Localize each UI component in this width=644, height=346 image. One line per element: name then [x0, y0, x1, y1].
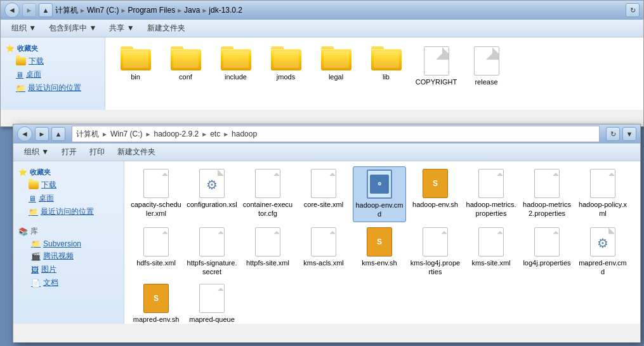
breadcrumb-item[interactable]: 计算机 [76, 129, 99, 140]
sh-icon: S [367, 227, 392, 256]
file-item-lib[interactable]: lib [362, 44, 410, 89]
file-label: container-executor.cfg [242, 200, 293, 218]
file-label: hadoop-metrics2.properties [522, 200, 572, 218]
file-item-httpfs-sig[interactable]: httpfs-signature.secret [185, 225, 239, 279]
window2: ◄ ► ▲ 计算机 ► Win7 (C:) ► hadoop-2.9.2 ► e… [13, 124, 641, 343]
refresh-button[interactable]: ↻ [626, 3, 640, 17]
sidebar-item-desktop2[interactable]: 🖥 桌面 [16, 192, 121, 205]
file-label: COPYRIGHT [416, 77, 457, 86]
lib-item-subversion[interactable]: 📁 Subversion [16, 238, 121, 250]
file-item-configuration-xsl[interactable]: ⚙ configuration.xsl [185, 166, 239, 222]
sidebar-item-recent2[interactable]: 📁 最近访问的位置 [16, 205, 121, 218]
file-icon-copyright [424, 46, 449, 76]
content-area1: ⭐ 收藏夹 下载 🖥 桌面 📁 最近访问的位置 [1, 37, 643, 110]
file-item-core-site[interactable]: core-site.xml [297, 166, 350, 222]
file-item-httpfs-site[interactable]: httpfs-site.xml [241, 225, 294, 279]
breadcrumb-item[interactable]: Java [184, 6, 200, 15]
back-button2[interactable]: ◄ [17, 126, 32, 142]
file-item-kms-acls[interactable]: kms-acls.xml [297, 225, 350, 279]
doc-icon [534, 227, 560, 256]
lib-item-documents[interactable]: 📄 文档 [16, 276, 121, 289]
file-item-kms-env-sh[interactable]: S kms-env.sh [353, 225, 406, 279]
file-item-legal[interactable]: legal [312, 44, 360, 89]
dropdown-button2[interactable]: ▼ [622, 127, 636, 141]
lib-item-pictures[interactable]: 🖼 图片 [16, 263, 121, 276]
address-bar2[interactable]: 计算机 ► Win7 (C:) ► hadoop-2.9.2 ► etc ► h… [72, 126, 600, 142]
breadcrumb-item[interactable]: hadoop-2.9.2 [154, 130, 199, 138]
new-folder-button2[interactable]: 新建文件夹 [112, 145, 161, 159]
file-label: legal [329, 72, 343, 81]
file-label: httpfs-signature.secret [187, 258, 237, 277]
file-item-hadoop-policy[interactable]: hadoop-policy.xml [576, 166, 629, 222]
file-item-bin[interactable]: bin [112, 44, 159, 89]
file-item-mapred-env-cmd[interactable]: ⚙ mapred-env.cmd [576, 225, 629, 279]
doc-icon [255, 227, 280, 256]
sep: ► [121, 7, 127, 14]
file-label: httpfs-site.xml [246, 258, 289, 267]
up-button[interactable]: ▲ [39, 3, 53, 17]
new-folder-button[interactable]: 新建文件夹 [141, 22, 191, 36]
breadcrumb-item[interactable]: hadoop [232, 130, 257, 138]
file-item-release[interactable]: release [463, 44, 510, 89]
organize-button2[interactable]: 组织 ▼ [18, 145, 55, 159]
file-item-hadoop-metrics2[interactable]: hadoop-metrics2.properties [520, 166, 574, 222]
file-item-hadoop-metrics[interactable]: hadoop-metrics.properties [464, 166, 518, 222]
breadcrumb-item[interactable]: Win7 (C:) [110, 130, 143, 138]
file-item-mapred-env-sh[interactable]: S mapred-env.sh [129, 281, 183, 324]
sep: ► [79, 7, 86, 14]
breadcrumb-item[interactable]: Win7 (C:) [87, 6, 119, 15]
refresh-button2[interactable]: ↻ [606, 127, 620, 141]
sidebar-item-download2[interactable]: 下载 [16, 178, 121, 192]
toolbar1: 组织 ▼ 包含到库中 ▼ 共享 ▼ 新建文件夹 [1, 20, 643, 37]
file-item-include[interactable]: include [212, 44, 260, 89]
open-button2[interactable]: 打开 [56, 145, 82, 159]
desktop-icon: 🖥 [16, 70, 23, 79]
file-item-hadoop-env-sh[interactable]: S hadoop-env.sh [409, 166, 462, 222]
file-item-log4j[interactable]: log4j.properties [520, 225, 574, 279]
breadcrumb-item[interactable]: Program Files [128, 6, 175, 15]
address-breadcrumb1: 计算机 ► Win7 (C:) ► Program Files ► Java ►… [55, 5, 623, 16]
file-label: hadoop-metrics.properties [466, 200, 516, 218]
file-item-jmods[interactable]: jmods [262, 44, 310, 89]
sidebar-item-recent[interactable]: 📁 最近访问的位置 [3, 81, 102, 95]
breadcrumb-item[interactable]: jdk-13.0.2 [209, 6, 242, 15]
organize-button[interactable]: 组织 ▼ [6, 22, 42, 36]
forward-button2[interactable]: ► [35, 127, 49, 141]
file-item-copyright[interactable]: COPYRIGHT [412, 44, 460, 89]
lib-item-video[interactable]: 🎬 腾讯视频 [16, 250, 121, 263]
file-label: configuration.xsl [187, 200, 237, 209]
forward-button[interactable]: ► [22, 3, 36, 17]
file-item-kms-log4j[interactable]: kms-log4j.properties [409, 225, 462, 279]
breadcrumb-item[interactable]: 计算机 [55, 5, 78, 16]
file-label: mapred-env.cmd [577, 258, 628, 277]
sidebar-item-download[interactable]: 下载 [3, 55, 102, 68]
doc-icon [478, 227, 504, 256]
file-label: hdfs-site.xml [136, 258, 176, 267]
print-button2[interactable]: 打印 [84, 145, 110, 159]
file-item-capacity-scheduler[interactable]: capacity-scheduler.xml [129, 166, 183, 222]
recent-icon: 📁 [16, 84, 25, 93]
file-label: core-site.xml [304, 200, 343, 209]
star-icon: ⭐ [6, 44, 15, 53]
file-item-mapred-queues[interactable]: mapred-queues.xml.template [185, 281, 239, 324]
doc-icon [423, 227, 448, 256]
file-label: kms-env.sh [362, 258, 397, 267]
file-item-conf[interactable]: conf [162, 44, 209, 89]
window1: ◄ ► ▲ 计算机 ► Win7 (C:) ► Program Files ► … [0, 0, 644, 127]
sidebar2: ⭐ 收藏夹 下载 🖥 桌面 📁 最近访问的位置 📚 库 [13, 161, 124, 324]
file-item-container-executor[interactable]: container-executor.cfg [241, 166, 294, 222]
share-button[interactable]: 共享 ▼ [103, 22, 140, 36]
file-item-hadoop-env-cmd[interactable]: ⚙ hadoop-env.cmd [353, 166, 406, 222]
doc-icon [478, 169, 504, 198]
file-item-hdfs-site[interactable]: hdfs-site.xml [129, 225, 183, 279]
file-label: include [225, 72, 247, 81]
include-button[interactable]: 包含到库中 ▼ [43, 22, 102, 36]
titlebar2: ◄ ► ▲ 计算机 ► Win7 (C:) ► hadoop-2.9.2 ► e… [13, 124, 640, 143]
toolbar2: 组织 ▼ 打开 打印 新建文件夹 [13, 143, 640, 161]
sidebar-item-desktop[interactable]: 🖥 桌面 [3, 68, 102, 81]
file-item-kms-site[interactable]: kms-site.xml [464, 225, 518, 279]
file-label: mapred-env.sh [133, 315, 180, 324]
breadcrumb-item[interactable]: etc [210, 130, 220, 138]
back-button[interactable]: ◄ [4, 3, 20, 18]
up-button2[interactable]: ▲ [51, 127, 65, 141]
